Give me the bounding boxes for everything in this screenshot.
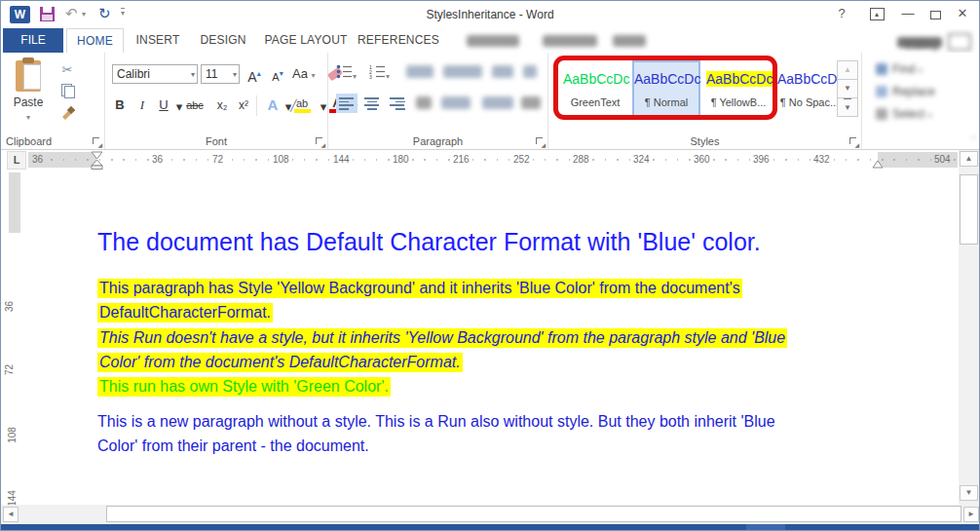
- highlight-yellow-bar: [294, 109, 311, 113]
- select-icon: [876, 108, 887, 120]
- font-size-combo[interactable]: 11▾: [201, 64, 240, 84]
- copy-button[interactable]: [56, 82, 79, 101]
- align-right-button[interactable]: [387, 94, 408, 113]
- highlight-color-button[interactable]: ab╱: [292, 93, 312, 114]
- status-bar: [1, 524, 980, 531]
- bold-button[interactable]: B: [110, 95, 130, 116]
- scroll-down-button[interactable]: ▼: [960, 485, 978, 501]
- indent-buttons-redacted[interactable]: [443, 65, 482, 78]
- tab-stop-selector[interactable]: L: [7, 151, 26, 170]
- vruler-tick-label: 108: [7, 427, 18, 443]
- styles-gallery-down-button[interactable]: ▼: [837, 79, 858, 98]
- style-normal-preview: AaBbCcDc: [634, 71, 698, 87]
- shrink-font-button[interactable]: A: [268, 63, 287, 85]
- tab-design[interactable]: DESIGN: [192, 28, 254, 53]
- maximize-button[interactable]: [926, 8, 944, 22]
- group-editing: Find ▾ Replace Select ▾ Editing ⌃: [862, 53, 980, 149]
- word-window: W ↶ ▾ ↻ ▾ StylesInheritance - Word ? ▴ —…: [0, 0, 980, 531]
- hruler-tick-label: 72: [209, 154, 226, 166]
- scroll-left-button[interactable]: ◄: [3, 507, 19, 522]
- collapse-ribbon-icon[interactable]: ⌃: [969, 135, 977, 145]
- horizontal-scrollbar[interactable]: ◄ ►: [1, 505, 980, 524]
- tab-home[interactable]: HOME: [66, 28, 124, 53]
- subscript-button[interactable]: x₂: [212, 95, 232, 116]
- tab-references[interactable]: REFERENCES: [358, 28, 439, 53]
- doc-paragraph-inherited-run: This Run doesn't have a style, but it in…: [97, 325, 787, 374]
- bullets-icon: [336, 64, 353, 79]
- hruler-tick-label: 36: [29, 154, 46, 166]
- change-case-button[interactable]: Aa ▾: [292, 63, 316, 85]
- editing-group-label: Editing: [862, 39, 980, 51]
- align-left-button[interactable]: [336, 94, 358, 113]
- scroll-up-button[interactable]: ▲: [960, 151, 978, 167]
- vertical-scrollbar[interactable]: ▲ ▼: [959, 150, 980, 505]
- bullets-button[interactable]: ▾: [336, 64, 357, 83]
- paragraph-dialog-launcher-icon[interactable]: [535, 136, 545, 146]
- replace-button[interactable]: Replace: [876, 85, 935, 98]
- find-button[interactable]: Find ▾: [876, 62, 923, 76]
- indent-markers[interactable]: [91, 150, 103, 170]
- format-painter-button[interactable]: [56, 105, 79, 125]
- paste-label: Paste: [14, 95, 44, 109]
- vertical-scroll-thumb[interactable]: [960, 174, 978, 245]
- paste-clipboard-icon: [16, 60, 41, 92]
- hruler-tick-label: 360: [691, 154, 713, 166]
- paste-button[interactable]: Paste ▾: [7, 58, 50, 133]
- vertical-ruler[interactable]: 3672108144: [8, 172, 21, 504]
- justify-button[interactable]: [416, 96, 432, 109]
- styles-gallery-more-button[interactable]: ▼: [837, 97, 858, 117]
- select-button[interactable]: Select ▾: [876, 107, 932, 121]
- style-greentext[interactable]: AaBbCcDc GreenText: [561, 60, 629, 117]
- hruler-tick-label: 180: [390, 154, 412, 166]
- italic-button[interactable]: I: [132, 95, 152, 116]
- title-bar: W ↶ ▾ ↻ ▾ StylesInheritance - Word ? ▴ —…: [1, 1, 979, 28]
- tab-redacted-1[interactable]: [467, 35, 519, 47]
- tab-insert[interactable]: INSERT: [129, 28, 187, 53]
- ribbon: Paste ▾ ✂ Clipboard Calibri▾ 11▾ A A Aa …: [1, 53, 979, 150]
- find-icon: [876, 63, 887, 75]
- shading-button[interactable]: [482, 96, 513, 109]
- document-page[interactable]: The document has Default Character Forma…: [28, 171, 959, 505]
- group-font: Calibri▾ 11▾ A A Aa ▾ B I U ▾ abc x₂ x² …: [105, 53, 328, 149]
- sort-button[interactable]: [492, 65, 513, 78]
- clipboard-dialog-launcher-icon[interactable]: [92, 136, 101, 146]
- right-indent-marker[interactable]: [872, 160, 884, 169]
- align-center-button[interactable]: [361, 94, 383, 113]
- style-normal[interactable]: AaBbCcDc ¶ Normal: [632, 60, 700, 117]
- horizontal-scroll-thumb[interactable]: [106, 506, 961, 522]
- styles-gallery-up-button[interactable]: ▲: [837, 60, 858, 80]
- svg-text:3: 3: [369, 74, 372, 79]
- horizontal-ruler[interactable]: 363672108144180216252288324360396432504: [28, 150, 958, 170]
- multilevel-list-button[interactable]: [406, 65, 433, 78]
- tab-redacted-2[interactable]: [543, 35, 597, 47]
- hruler-tick-label: 324: [630, 154, 653, 166]
- numbering-icon: 1 2 3: [369, 64, 386, 79]
- paste-dropdown-icon[interactable]: ▾: [26, 113, 30, 122]
- styles-dialog-launcher-icon[interactable]: [848, 136, 858, 146]
- close-button[interactable]: ✕: [954, 6, 971, 20]
- ribbon-display-options-icon[interactable]: ▴: [868, 5, 886, 20]
- borders-button[interactable]: [521, 96, 541, 109]
- replace-icon: [876, 86, 887, 97]
- numbering-button[interactable]: 1 2 3 ▾: [369, 64, 390, 83]
- style-yellow-background[interactable]: AaBbCcDc ¶ YellowB...: [704, 60, 773, 117]
- font-dialog-launcher-icon[interactable]: [315, 136, 324, 146]
- style-greentext-preview: AaBbCcDc: [563, 71, 627, 87]
- strikethrough-button[interactable]: abc: [185, 95, 205, 116]
- show-hide-pilcrow-button[interactable]: [523, 65, 537, 78]
- minimize-button[interactable]: —: [899, 6, 917, 20]
- format-painter-icon: [60, 105, 75, 120]
- grow-font-button[interactable]: A: [245, 63, 264, 85]
- tab-file[interactable]: FILE: [3, 28, 63, 53]
- line-spacing-button[interactable]: [441, 96, 471, 109]
- superscript-button[interactable]: x²: [234, 95, 253, 116]
- tab-page-layout[interactable]: PAGE LAYOUT: [258, 28, 354, 53]
- font-family-combo[interactable]: Calibri▾: [112, 64, 198, 84]
- style-no-spacing[interactable]: AaBbCcDc ¶ No Spac...: [775, 60, 844, 117]
- group-styles: AaBbCcDc GreenText AaBbCcDc ¶ Normal AaB…: [548, 53, 862, 149]
- tab-redacted-3[interactable]: [613, 35, 646, 47]
- scroll-right-button[interactable]: ►: [963, 507, 979, 522]
- help-icon[interactable]: ?: [833, 6, 850, 20]
- hruler-tick-label: 396: [750, 154, 773, 166]
- cut-button[interactable]: ✂: [56, 60, 79, 80]
